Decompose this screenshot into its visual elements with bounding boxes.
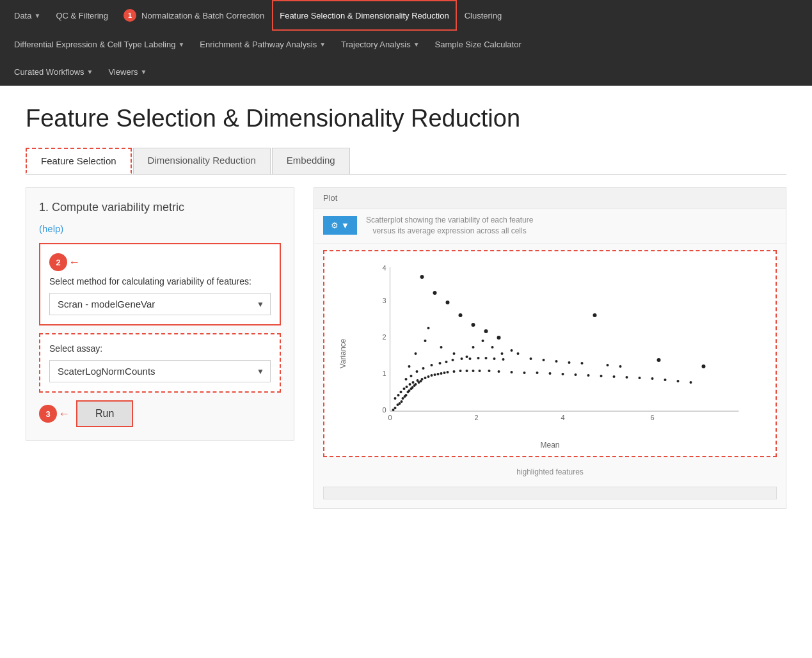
nav-clustering[interactable]: Clustering xyxy=(457,0,510,31)
tab-embedding[interactable]: Embedding xyxy=(272,148,350,174)
svg-point-91 xyxy=(422,367,425,370)
method-select[interactable]: Scran - modelGeneVar Seurat - FindVariab… xyxy=(49,293,271,315)
svg-point-71 xyxy=(427,327,430,329)
tab-feature-selection[interactable]: Feature Selection xyxy=(26,148,132,174)
svg-point-51 xyxy=(613,375,616,378)
scatter-svg: 0 1 2 3 4 0 2 4 6 xyxy=(356,264,756,430)
svg-point-46 xyxy=(549,372,552,375)
svg-point-48 xyxy=(575,373,577,376)
svg-point-95 xyxy=(452,359,454,361)
svg-point-93 xyxy=(439,362,442,364)
gear-button[interactable]: ⚙ ▼ xyxy=(323,216,357,235)
svg-point-12 xyxy=(394,407,397,409)
highlighted-label: highlighted features xyxy=(314,464,786,480)
y-axis-label: Variance xyxy=(338,338,347,368)
tab-dimensionality-reduction[interactable]: Dimensionality Reduction xyxy=(133,148,271,174)
nav-enrichment-label: Enrichment & Pathway Analysis xyxy=(200,40,317,49)
nav-sample-size[interactable]: Sample Size Calculator xyxy=(427,31,529,58)
nav-data-label: Data xyxy=(14,11,31,20)
nav-viewers[interactable]: Viewers ▼ xyxy=(100,58,154,86)
gear-icon: ⚙ xyxy=(331,221,338,230)
page-content: Feature Selection & Dimensionality Reduc… xyxy=(0,86,812,528)
nav-data-arrow: ▼ xyxy=(34,12,40,19)
svg-point-82 xyxy=(543,359,545,361)
svg-point-42 xyxy=(498,370,500,373)
svg-point-32 xyxy=(437,373,440,375)
svg-point-43 xyxy=(511,371,513,373)
svg-point-83 xyxy=(555,360,558,363)
svg-point-70 xyxy=(424,340,427,342)
nav-qc[interactable]: QC & Filtering xyxy=(48,0,116,31)
step2-badge: 2 xyxy=(49,253,67,271)
svg-point-14 xyxy=(399,402,401,405)
svg-point-28 xyxy=(424,377,427,379)
nav-trajectory[interactable]: Trajectory Analysis ▼ xyxy=(333,31,427,58)
nav-viewers-label: Viewers xyxy=(108,67,138,77)
assay-box: Select assay: ScaterLogNormCounts logcou… xyxy=(39,333,281,393)
method-label: Select method for calculating variabilit… xyxy=(49,276,271,286)
svg-point-90 xyxy=(416,370,418,373)
nav-sample-label: Sample Size Calculator xyxy=(435,40,521,49)
nav-workflows[interactable]: Curated Workflows ▼ xyxy=(6,58,100,86)
svg-point-27 xyxy=(421,378,424,380)
right-panel: Plot ⚙ ▼ Scatterplot showing the variabi… xyxy=(314,187,786,509)
svg-point-22 xyxy=(411,386,414,389)
svg-point-103 xyxy=(397,394,400,396)
svg-point-56 xyxy=(677,380,680,382)
svg-point-52 xyxy=(626,376,628,379)
svg-point-86 xyxy=(607,364,609,366)
svg-text:0: 0 xyxy=(382,406,386,414)
nav-data[interactable]: Data ▼ xyxy=(6,0,48,31)
svg-point-74 xyxy=(466,356,468,358)
svg-point-109 xyxy=(417,379,419,382)
svg-point-101 xyxy=(502,358,505,361)
svg-point-79 xyxy=(511,349,513,352)
nav-diff-expr[interactable]: Differential Expression & Cell Type Labe… xyxy=(6,31,192,58)
svg-point-40 xyxy=(479,370,481,372)
run-button[interactable]: Run xyxy=(76,400,133,427)
svg-point-54 xyxy=(651,377,654,380)
svg-text:4: 4 xyxy=(561,414,564,421)
svg-point-92 xyxy=(431,364,433,366)
plot-box: Plot ⚙ ▼ Scatterplot showing the variabi… xyxy=(314,187,786,509)
svg-point-41 xyxy=(488,370,491,372)
svg-point-50 xyxy=(600,375,603,377)
svg-point-55 xyxy=(664,379,667,381)
nav-enrichment-arrow: ▼ xyxy=(319,41,326,48)
assay-select[interactable]: ScaterLogNormCounts logcounts counts xyxy=(49,360,271,382)
svg-point-73 xyxy=(453,352,456,355)
svg-point-57 xyxy=(690,381,692,384)
nav-workflows-label: Curated Workflows xyxy=(14,67,84,77)
svg-point-58 xyxy=(420,275,424,279)
svg-point-36 xyxy=(453,370,456,373)
nav-workflows-arrow: ▼ xyxy=(87,68,93,75)
gear-dropdown-arrow: ▼ xyxy=(341,221,349,230)
svg-point-89 xyxy=(410,375,413,377)
svg-point-78 xyxy=(501,352,504,355)
svg-point-38 xyxy=(466,370,468,372)
svg-point-34 xyxy=(443,372,446,374)
svg-point-62 xyxy=(472,323,475,327)
svg-point-104 xyxy=(400,391,402,393)
nav-enrichment[interactable]: Enrichment & Pathway Analysis ▼ xyxy=(192,31,333,58)
help-link[interactable]: (help) xyxy=(39,223,281,234)
svg-text:0: 0 xyxy=(388,414,392,421)
svg-point-60 xyxy=(446,301,450,304)
svg-point-11 xyxy=(392,409,395,411)
svg-text:1: 1 xyxy=(382,370,386,377)
svg-point-72 xyxy=(440,346,443,349)
nav-feature-selection[interactable]: Feature Selection & Dimensionality Reduc… xyxy=(272,0,456,31)
svg-point-108 xyxy=(412,381,415,384)
method-box: 2 ← Select method for calculating variab… xyxy=(39,243,281,325)
nav-viewers-arrow: ▼ xyxy=(141,68,147,75)
assay-select-wrapper: ScaterLogNormCounts logcounts counts ▼ xyxy=(49,360,271,382)
run-row: 3 ← Run xyxy=(39,400,281,427)
svg-point-67 xyxy=(702,364,706,368)
svg-point-77 xyxy=(491,346,494,349)
svg-point-88 xyxy=(405,378,408,380)
x-axis-label: Mean xyxy=(540,441,559,450)
svg-point-98 xyxy=(477,357,480,359)
step3-arrow: ← xyxy=(58,407,70,421)
svg-point-100 xyxy=(493,357,496,360)
nav-norm[interactable]: 1 Normalization & Batch Correction xyxy=(116,0,272,31)
